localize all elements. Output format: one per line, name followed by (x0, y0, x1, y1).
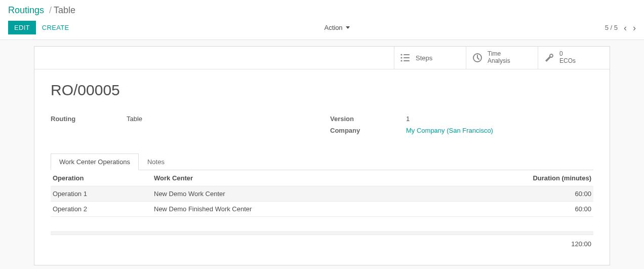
action-dropdown[interactable]: Action (324, 24, 349, 31)
field-company: Company My Company (San Francisco) (330, 127, 593, 134)
field-version: Version 1 (330, 115, 593, 123)
ecos-button[interactable]: 0 ECOs (538, 47, 610, 69)
time-label-1: Time (488, 51, 510, 58)
cell-work-center: New Demo Work Center (152, 186, 502, 202)
tab-work-center-operations[interactable]: Work Center Operations (51, 153, 139, 170)
pager-position: 5 / 5 (605, 24, 618, 31)
svg-rect-1 (404, 54, 410, 55)
ecos-count: 0 (559, 51, 576, 58)
col-operation[interactable]: Operation (51, 170, 152, 186)
field-routing: Routing Table (51, 115, 314, 123)
cell-duration: 60:00 (502, 202, 593, 217)
action-label: Action (324, 24, 342, 31)
svg-point-4 (400, 60, 402, 61)
table-row[interactable]: Operation 2 New Demo Finished Work Cente… (51, 202, 593, 217)
breadcrumb-root-link[interactable]: Routings (8, 5, 44, 16)
pager-prev[interactable]: ‹ (624, 23, 627, 32)
fields-left: Routing Table (51, 115, 314, 138)
table-row[interactable]: Operation 1 New Demo Work Center 60:00 (51, 186, 593, 202)
col-work-center[interactable]: Work Center (152, 170, 502, 186)
svg-rect-5 (404, 60, 410, 61)
pager-next[interactable]: › (633, 23, 636, 32)
tabs: Work Center Operations Notes (51, 153, 593, 170)
field-value: 1 (406, 115, 410, 123)
col-duration[interactable]: Duration (minutes) (502, 170, 593, 186)
create-button[interactable]: CREATE (42, 24, 69, 31)
ecos-label: ECOs (559, 58, 576, 65)
field-label: Routing (51, 115, 127, 123)
steps-label: Steps (416, 54, 432, 62)
time-label-2: Analysis (488, 58, 510, 65)
field-value: Table (127, 115, 142, 123)
svg-point-0 (400, 54, 402, 55)
record-title: RO/00005 (51, 82, 593, 99)
caret-down-icon (346, 26, 350, 29)
total-duration: 120:00 (502, 235, 593, 253)
breadcrumb: Routings / Table (8, 0, 636, 18)
tab-notes[interactable]: Notes (139, 153, 173, 170)
steps-button[interactable]: Steps (394, 47, 466, 69)
cell-operation: Operation 2 (51, 202, 152, 217)
fields-right: Version 1 Company My Company (San Franci… (330, 115, 593, 138)
company-link[interactable]: My Company (San Francisco) (406, 127, 493, 134)
list-icon (400, 53, 411, 62)
time-analysis-button[interactable]: Time Analysis (466, 47, 538, 69)
operations-table: Operation Work Center Duration (minutes)… (51, 170, 593, 253)
total-row: 120:00 (51, 235, 593, 253)
form-sheet: Steps Time Analysis 0 ECOs (34, 46, 610, 265)
wrench-icon (544, 53, 554, 63)
breadcrumb-separator: / (49, 5, 52, 16)
button-box: Steps Time Analysis 0 ECOs (34, 47, 610, 69)
control-bar: Routings / Table EDIT CREATE Action 5 / … (0, 0, 644, 40)
cell-operation: Operation 1 (51, 186, 152, 202)
cell-work-center: New Demo Finished Work Center (152, 202, 502, 217)
clock-icon (472, 53, 482, 63)
edit-button[interactable]: EDIT (8, 21, 36, 34)
cell-duration: 60:00 (502, 186, 593, 202)
svg-rect-3 (404, 57, 410, 58)
field-label: Version (330, 115, 406, 123)
svg-point-2 (400, 57, 402, 58)
breadcrumb-current: Table (54, 5, 75, 16)
field-label: Company (330, 127, 406, 134)
